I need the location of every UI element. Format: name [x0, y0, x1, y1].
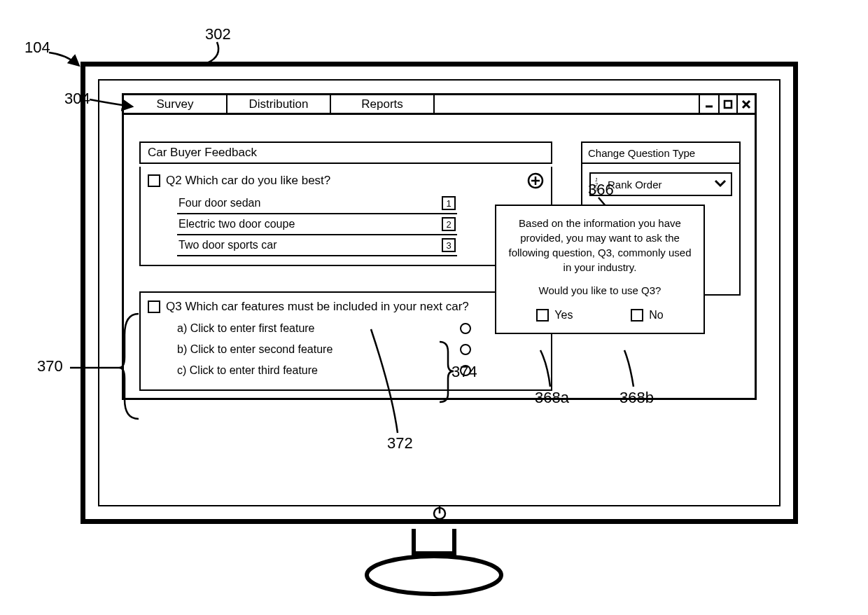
q2-checkbox[interactable] [148, 174, 160, 187]
q3-checkbox[interactable] [148, 300, 160, 313]
q3-option-text: c) Click to enter third feature [177, 364, 318, 377]
radio-icon[interactable] [460, 323, 471, 334]
yes-label: Yes [554, 309, 573, 322]
add-icon[interactable] [527, 172, 544, 189]
callout-374: 374 [451, 363, 477, 381]
q3-option[interactable]: b) Click to enter second feature [177, 339, 471, 360]
q3-option-text: b) Click to enter second feature [177, 343, 332, 356]
question-q3: Q3 Which car features must be included i… [139, 291, 552, 391]
q3-label[interactable]: Q3 Which car features must be included i… [166, 300, 544, 314]
radio-icon[interactable] [460, 344, 471, 355]
svg-point-9 [367, 556, 501, 594]
tab-filler [435, 95, 699, 113]
monitor-bezel: Survey Distribution Reports Car Buyer Fe… [80, 62, 798, 524]
suggestion-popup: Based on the information you have provid… [495, 205, 705, 334]
rank-badge: 1 [442, 196, 456, 210]
screen: Survey Distribution Reports Car Buyer Fe… [98, 79, 780, 506]
q2-option[interactable]: Two door sports car 3 [177, 235, 457, 256]
no-label: No [649, 309, 663, 322]
popup-no[interactable]: No [631, 309, 663, 322]
callout-368b: 368b [620, 389, 654, 407]
yes-checkbox[interactable] [536, 309, 549, 322]
q2-options: Four door sedan 1 Electric two door coup… [177, 193, 544, 256]
q3-option[interactable]: a) Click to enter first feature [177, 318, 471, 339]
rank-badge: 3 [442, 238, 456, 252]
window-controls [699, 95, 755, 113]
q2-option-text: Two door sports car [178, 239, 277, 251]
q2-label[interactable]: Q2 Which car do you like best? [166, 174, 522, 188]
popup-yes[interactable]: Yes [536, 309, 573, 322]
dropdown-value: Rank Order [608, 179, 662, 191]
q2-option-text: Four door sedan [178, 197, 260, 209]
callout-304: 304 [64, 90, 90, 108]
popup-prompt: Would you like to use Q3? [507, 284, 692, 296]
callout-104: 104 [24, 39, 50, 57]
tab-distribution[interactable]: Distribution [227, 95, 331, 113]
q3-option[interactable]: c) Click to enter third feature [177, 360, 471, 381]
callout-370: 370 [37, 357, 63, 375]
callout-372: 372 [387, 434, 413, 452]
side-panel-title: Change Question Type [582, 143, 739, 164]
monitor-base [364, 553, 504, 597]
no-checkbox[interactable] [631, 309, 643, 322]
monitor-neck [412, 529, 456, 555]
maximize-button[interactable] [718, 95, 736, 113]
survey-title[interactable]: Car Buyer Feedback [139, 141, 552, 164]
q3-option-text: a) Click to enter first feature [177, 322, 315, 335]
minimize-button[interactable] [700, 95, 718, 113]
popup-body: Based on the information you have provid… [507, 216, 692, 275]
power-icon [431, 504, 448, 521]
q2-option[interactable]: Electric two door coupe 2 [177, 214, 457, 235]
tab-bar: Survey Distribution Reports [124, 95, 755, 115]
q2-option[interactable]: Four door sedan 1 [177, 193, 457, 214]
question-q2: Q2 Which car do you like best? Four door… [139, 167, 552, 266]
callout-368a: 368a [535, 389, 569, 407]
q2-option-text: Electric two door coupe [178, 218, 295, 230]
callout-366: 366 [588, 181, 614, 199]
chevron-down-icon [714, 178, 727, 191]
workspace: Car Buyer Feedback Q2 Which car do you l… [124, 115, 755, 398]
close-button[interactable] [736, 95, 755, 113]
tab-reports[interactable]: Reports [331, 95, 435, 113]
app-window: Survey Distribution Reports Car Buyer Fe… [122, 93, 757, 400]
q3-options: a) Click to enter first feature b) Click… [177, 318, 544, 381]
rank-badge: 2 [442, 217, 456, 231]
tab-survey[interactable]: Survey [124, 95, 227, 113]
svg-rect-1 [724, 101, 732, 108]
callout-302: 302 [205, 25, 231, 43]
